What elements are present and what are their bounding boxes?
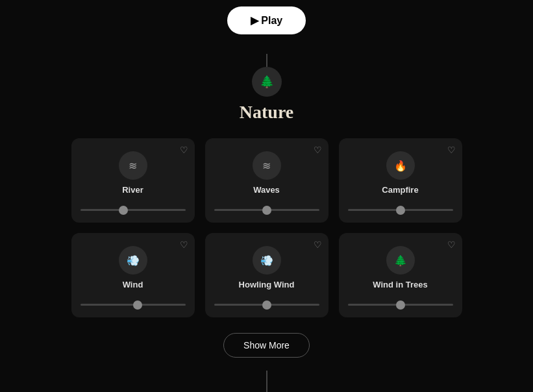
waves-slider-container xyxy=(205,202,328,214)
favorite-button-campfire[interactable]: ♡ xyxy=(447,145,456,155)
connector-top xyxy=(266,54,267,67)
tree-icon: 🌲 xyxy=(260,75,274,89)
wind-icon: 💨 xyxy=(127,254,140,267)
page-wrapper: ▶ Play 🌲 Nature ♡ ≋ River ♡ ≋ Waves xyxy=(0,0,533,392)
howling-wind-icon-circle: 💨 xyxy=(253,246,281,275)
wind-in-trees-icon-circle: 🌲 xyxy=(386,246,415,275)
campfire-icon: 🔥 xyxy=(394,160,407,172)
campfire-volume-slider[interactable] xyxy=(348,209,453,211)
favorite-button-wind-in-trees[interactable]: ♡ xyxy=(447,239,456,250)
favorite-button-howling-wind[interactable]: ♡ xyxy=(314,239,322,250)
river-icon: ≋ xyxy=(129,160,137,172)
howling-wind-volume-slider[interactable] xyxy=(214,304,319,306)
favorite-button-river[interactable]: ♡ xyxy=(180,145,188,155)
sound-card-waves[interactable]: ♡ ≋ Waves xyxy=(205,138,328,223)
sound-card-river[interactable]: ♡ ≋ River xyxy=(71,138,195,223)
howling-wind-label: Howling Wind xyxy=(239,280,295,289)
campfire-slider-container xyxy=(339,202,462,214)
waves-icon-circle: ≋ xyxy=(253,151,281,180)
favorite-button-waves[interactable]: ♡ xyxy=(314,145,322,155)
favorite-button-wind[interactable]: ♡ xyxy=(180,239,188,250)
wind-icon-circle: 💨 xyxy=(119,246,147,275)
sound-card-wind-in-trees[interactable]: ♡ 🌲 Wind in Trees xyxy=(339,233,462,317)
river-slider-container xyxy=(71,202,195,214)
waves-icon: ≋ xyxy=(262,160,271,172)
show-more-button[interactable]: Show More xyxy=(223,333,310,358)
cards-grid-row1: ♡ ≋ River ♡ ≋ Waves ♡ 🔥 C xyxy=(71,138,462,223)
connector-bottom xyxy=(266,371,267,392)
waves-label: Waves xyxy=(253,185,280,195)
wind-label: Wind xyxy=(123,280,143,289)
sound-card-wind[interactable]: ♡ 💨 Wind xyxy=(71,233,195,317)
waves-volume-slider[interactable] xyxy=(214,209,319,211)
sound-card-howling-wind[interactable]: ♡ 💨 Howling Wind xyxy=(205,233,328,317)
cards-grid-row2: ♡ 💨 Wind ♡ 💨 Howling Wind ♡ 🌲 xyxy=(71,233,462,317)
howling-wind-slider-container xyxy=(205,297,328,308)
category-icon: 🌲 xyxy=(252,67,282,97)
wind-volume-slider[interactable] xyxy=(81,304,186,306)
sound-card-campfire[interactable]: ♡ 🔥 Campfire xyxy=(339,138,462,223)
play-button[interactable]: ▶ Play xyxy=(227,6,306,34)
wind-in-trees-icon: 🌲 xyxy=(394,254,407,267)
section-title: Nature xyxy=(240,102,293,123)
howling-wind-icon: 💨 xyxy=(260,254,273,267)
campfire-label: Campfire xyxy=(382,185,418,195)
river-icon-circle: ≋ xyxy=(119,151,147,180)
wind-slider-container xyxy=(71,297,195,308)
wind-in-trees-slider-container xyxy=(339,297,462,308)
campfire-icon-circle: 🔥 xyxy=(386,151,415,180)
river-volume-slider[interactable] xyxy=(81,209,186,211)
river-label: River xyxy=(122,185,143,195)
wind-in-trees-volume-slider[interactable] xyxy=(348,304,453,306)
wind-in-trees-label: Wind in Trees xyxy=(373,280,427,289)
